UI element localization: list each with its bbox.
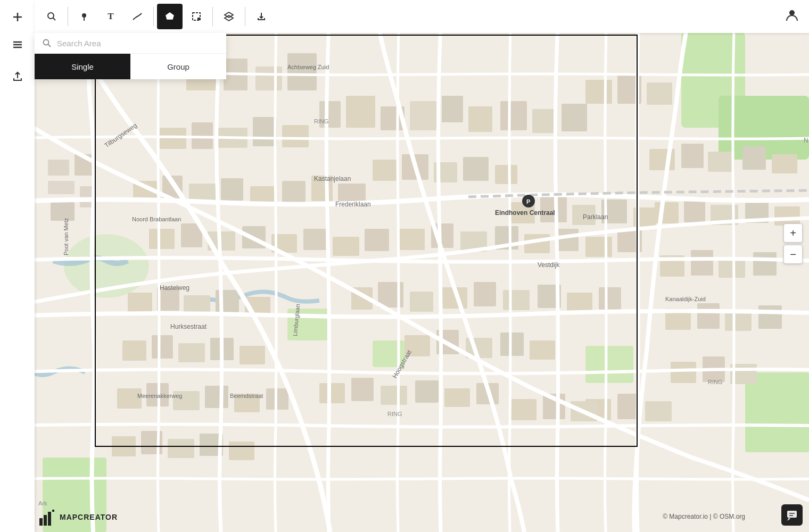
- svg-text:Ark: Ark: [38, 500, 47, 506]
- svg-rect-27: [442, 96, 463, 122]
- svg-line-168: [53, 18, 56, 21]
- svg-rect-36: [149, 229, 175, 249]
- svg-rect-109: [229, 442, 254, 460]
- svg-rect-127: [758, 305, 782, 329]
- svg-rect-85: [178, 343, 205, 362]
- svg-rect-183: [787, 511, 797, 518]
- svg-rect-83: [122, 340, 146, 361]
- svg-rect-103: [444, 388, 470, 407]
- svg-rect-107: [168, 439, 194, 458]
- svg-point-169: [82, 13, 86, 18]
- svg-text:Eindhoven Centraal: Eindhoven Centraal: [495, 209, 555, 217]
- search-panel: Single Group: [35, 33, 226, 79]
- line-tool-button[interactable]: [125, 4, 150, 29]
- svg-text:Achtseweg Zuid: Achtseweg Zuid: [287, 64, 329, 70]
- svg-point-167: [48, 13, 54, 19]
- svg-point-176: [789, 10, 795, 15]
- svg-rect-8: [745, 372, 809, 452]
- add-button[interactable]: [5, 4, 30, 30]
- svg-rect-82: [599, 287, 621, 310]
- svg-rect-123: [753, 252, 777, 276]
- svg-rect-72: [216, 290, 239, 312]
- upload-button[interactable]: [5, 64, 30, 89]
- svg-text:Noord Brabantlaan: Noord Brabantlaan: [132, 216, 181, 222]
- svg-rect-100: [351, 378, 374, 401]
- svg-marker-184: [787, 518, 790, 521]
- svg-rect-48: [495, 165, 517, 184]
- svg-rect-133: [645, 401, 672, 421]
- svg-rect-102: [415, 380, 439, 403]
- svg-rect-49: [468, 106, 492, 132]
- svg-rect-16: [255, 66, 282, 90]
- point-tool-button[interactable]: [71, 4, 97, 29]
- svg-rect-111: [681, 144, 704, 168]
- search-panel-icon: [42, 38, 52, 48]
- svg-rect-84: [152, 335, 173, 359]
- select-area-button[interactable]: [184, 4, 209, 29]
- map-background: Europalaan Achtseweg Zuid RING Kastanjel…: [0, 0, 809, 532]
- svg-rect-101: [381, 386, 407, 405]
- logo-icon: [38, 509, 55, 526]
- svg-rect-26: [410, 101, 436, 130]
- svg-rect-76: [410, 292, 433, 312]
- svg-rect-44: [373, 160, 397, 181]
- svg-text:RING: RING: [387, 411, 402, 417]
- svg-rect-96: [205, 386, 228, 408]
- export-button[interactable]: [249, 4, 274, 29]
- svg-marker-172: [197, 18, 200, 20]
- svg-text:N: N: [804, 137, 808, 144]
- map-container[interactable]: Europalaan Achtseweg Zuid RING Kastanjel…: [0, 0, 809, 532]
- svg-rect-181: [48, 512, 51, 526]
- svg-rect-99: [319, 383, 345, 403]
- logo-text: MAPCREATOR: [60, 513, 118, 521]
- svg-rect-179: [39, 518, 43, 526]
- svg-rect-121: [691, 250, 713, 276]
- svg-text:Hastelweg: Hastelweg: [160, 284, 189, 292]
- svg-rect-18: [160, 128, 186, 149]
- svg-text:RING: RING: [314, 118, 329, 124]
- svg-rect-105: [112, 436, 136, 456]
- chat-button[interactable]: [781, 504, 803, 526]
- svg-text:Beemdstraat: Beemdstraat: [230, 393, 263, 399]
- single-toggle-button[interactable]: Single: [35, 54, 130, 79]
- svg-rect-119: [774, 206, 800, 226]
- map-attribution: © Mapcreator.io | © OSM.org: [663, 513, 745, 520]
- svg-rect-79: [503, 290, 530, 310]
- top-toolbar: T: [35, 0, 809, 33]
- divider-4: [245, 7, 245, 26]
- svg-rect-134: [511, 399, 536, 420]
- svg-rect-31: [221, 178, 243, 201]
- zoom-out-button[interactable]: −: [783, 245, 803, 264]
- toggle-row: Single Group: [35, 54, 226, 79]
- svg-rect-67: [585, 237, 612, 257]
- svg-text:Vestdijk: Vestdijk: [538, 261, 560, 269]
- svg-rect-112: [708, 152, 734, 172]
- svg-rect-66: [556, 229, 579, 251]
- svg-rect-87: [240, 346, 265, 364]
- svg-rect-53: [585, 80, 612, 104]
- user-icon[interactable]: [781, 4, 803, 26]
- divider-1: [68, 7, 68, 26]
- group-toggle-button[interactable]: Group: [130, 54, 226, 79]
- left-toolbar: [0, 0, 35, 532]
- search-input-wrapper: [35, 33, 226, 54]
- svg-text:Frederiklaan: Frederiklaan: [335, 201, 371, 208]
- svg-marker-170: [166, 13, 174, 19]
- svg-rect-50: [500, 101, 527, 130]
- text-tool-button[interactable]: T: [98, 4, 123, 29]
- menu-button[interactable]: [5, 32, 30, 57]
- svg-rect-17: [287, 53, 317, 90]
- svg-rect-6: [585, 346, 633, 383]
- zoom-in-button[interactable]: +: [783, 223, 803, 243]
- divider-2: [153, 7, 154, 26]
- svg-text:Kanaaldijk-Zuid: Kanaaldijk-Zuid: [665, 296, 706, 302]
- svg-rect-33: [282, 181, 306, 202]
- search-tool-button[interactable]: [39, 4, 64, 29]
- search-area-input[interactable]: [57, 39, 219, 48]
- svg-rect-55: [647, 82, 672, 105]
- svg-rect-78: [474, 282, 496, 306]
- svg-text:RING: RING: [708, 379, 723, 385]
- area-tool-button[interactable]: [157, 4, 183, 29]
- svg-rect-51: [532, 109, 556, 133]
- layers-button[interactable]: [216, 4, 242, 29]
